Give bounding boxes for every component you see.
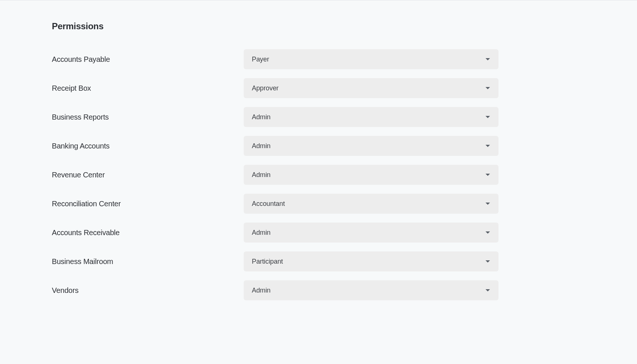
permissions-panel: Permissions Accounts Payable Payer Recei… xyxy=(0,0,637,300)
permission-select-business-reports[interactable]: Admin xyxy=(244,107,498,127)
permission-row-revenue-center: Revenue Center Admin xyxy=(52,165,585,185)
permission-select-banking-accounts[interactable]: Admin xyxy=(244,136,498,156)
permission-select-business-mailroom[interactable]: Participant xyxy=(244,251,498,271)
permission-select-value: Participant xyxy=(252,258,283,266)
permission-row-accounts-receivable: Accounts Receivable Admin xyxy=(52,223,585,243)
permission-label: Accounts Receivable xyxy=(52,228,244,237)
caret-down-icon xyxy=(485,58,490,61)
permission-label: Revenue Center xyxy=(52,171,244,179)
permission-select-reconciliation-center[interactable]: Accountant xyxy=(244,194,498,214)
permission-select-accounts-payable[interactable]: Payer xyxy=(244,49,498,69)
permission-select-value: Admin xyxy=(252,229,271,237)
permission-select-revenue-center[interactable]: Admin xyxy=(244,165,498,185)
permission-select-value: Accountant xyxy=(252,200,285,208)
caret-down-icon xyxy=(485,260,490,263)
permission-select-value: Admin xyxy=(252,171,271,179)
caret-down-icon xyxy=(485,202,490,205)
permission-label: Vendors xyxy=(52,286,244,295)
permission-label: Business Mailroom xyxy=(52,257,244,266)
permission-row-business-mailroom: Business Mailroom Participant xyxy=(52,251,585,271)
permission-label: Business Reports xyxy=(52,113,244,121)
permission-select-value: Admin xyxy=(252,113,271,121)
caret-down-icon xyxy=(485,173,490,176)
caret-down-icon xyxy=(485,87,490,90)
permission-row-banking-accounts: Banking Accounts Admin xyxy=(52,136,585,156)
caret-down-icon xyxy=(485,144,490,147)
permission-row-receipt-box: Receipt Box Approver xyxy=(52,78,585,98)
permission-row-accounts-payable: Accounts Payable Payer xyxy=(52,49,585,69)
permission-select-value: Approver xyxy=(252,84,279,92)
permission-label: Accounts Payable xyxy=(52,55,244,64)
permission-select-value: Admin xyxy=(252,287,271,294)
permission-select-value: Payer xyxy=(252,56,269,63)
permission-row-vendors: Vendors Admin xyxy=(52,280,585,300)
permission-select-vendors[interactable]: Admin xyxy=(244,280,498,300)
caret-down-icon xyxy=(485,116,490,118)
permission-label: Banking Accounts xyxy=(52,142,244,150)
caret-down-icon xyxy=(485,231,490,234)
permission-row-business-reports: Business Reports Admin xyxy=(52,107,585,127)
caret-down-icon xyxy=(485,289,490,292)
permission-select-value: Admin xyxy=(252,142,271,150)
permission-select-receipt-box[interactable]: Approver xyxy=(244,78,498,98)
permission-label: Receipt Box xyxy=(52,84,244,93)
permission-select-accounts-receivable[interactable]: Admin xyxy=(244,223,498,243)
page-title: Permissions xyxy=(52,21,585,31)
permission-label: Reconciliation Center xyxy=(52,200,244,208)
permission-row-reconciliation-center: Reconciliation Center Accountant xyxy=(52,194,585,214)
permission-list: Accounts Payable Payer Receipt Box Appro… xyxy=(52,49,585,300)
